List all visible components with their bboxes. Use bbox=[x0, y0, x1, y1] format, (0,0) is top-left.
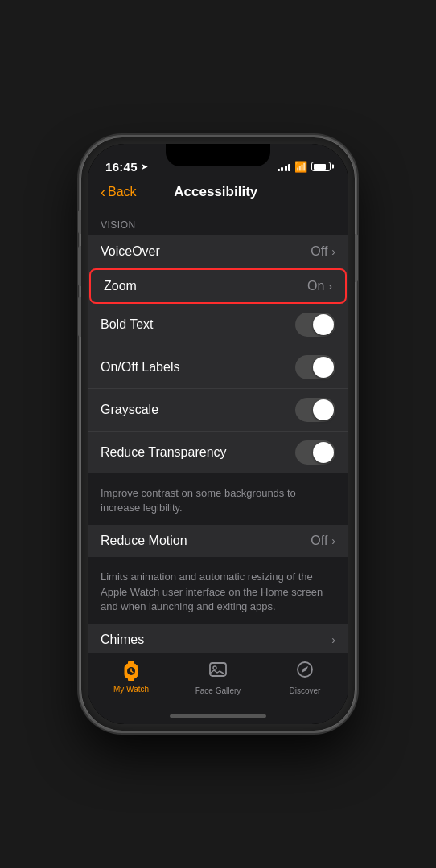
reduce-motion-value: Off bbox=[311, 534, 327, 548]
chimes-group: Chimes › bbox=[88, 624, 348, 653]
transparency-description: Improve contrast on some backgrounds to … bbox=[88, 480, 348, 525]
zoom-chevron-icon: › bbox=[328, 280, 332, 293]
discover-icon bbox=[295, 660, 315, 684]
svg-rect-3 bbox=[128, 678, 134, 681]
nav-bar: ‹ Back Accessibility bbox=[88, 179, 348, 207]
reduce-motion-label: Reduce Motion bbox=[101, 534, 311, 548]
signal-icon bbox=[278, 162, 291, 171]
settings-content: VISION VoiceOver Off › Zoom On › bbox=[88, 207, 348, 653]
phone-frame: 16:45 ➤ 📶 bbox=[80, 137, 356, 731]
location-icon: ➤ bbox=[141, 162, 148, 172]
vision-settings-group: VoiceOver Off › Zoom On › Bold Text bbox=[88, 235, 348, 473]
notch bbox=[166, 144, 270, 166]
phone-screen: 16:45 ➤ 📶 bbox=[88, 144, 348, 724]
bold-text-row[interactable]: Bold Text bbox=[88, 304, 348, 346]
zoom-label: Zoom bbox=[104, 279, 307, 293]
grayscale-toggle[interactable] bbox=[295, 398, 335, 422]
grayscale-row[interactable]: Grayscale bbox=[88, 389, 348, 432]
tab-face-gallery[interactable]: Face Gallery bbox=[175, 660, 261, 695]
chimes-row[interactable]: Chimes › bbox=[88, 624, 348, 653]
screen-content: 16:45 ➤ 📶 bbox=[88, 144, 348, 724]
tab-discover-label: Discover bbox=[290, 686, 321, 695]
reduce-transparency-toggle[interactable] bbox=[295, 440, 335, 465]
reduce-motion-description: Limits animation and automatic resizing … bbox=[88, 563, 348, 624]
voiceover-chevron-icon: › bbox=[331, 245, 335, 258]
reduce-transparency-label: Reduce Transparency bbox=[101, 445, 295, 460]
bold-text-label: Bold Text bbox=[101, 317, 295, 332]
tab-bar: My Watch Face Gallery bbox=[88, 653, 348, 708]
voiceover-row[interactable]: VoiceOver Off › bbox=[88, 235, 348, 268]
svg-marker-10 bbox=[302, 666, 308, 673]
mute-button[interactable] bbox=[78, 210, 81, 234]
bold-text-toggle[interactable] bbox=[295, 313, 335, 337]
reduce-motion-group: Reduce Motion Off › bbox=[88, 525, 348, 557]
grayscale-label: Grayscale bbox=[101, 403, 295, 417]
onoff-labels-row[interactable]: On/Off Labels bbox=[88, 346, 348, 389]
back-button[interactable]: ‹ Back bbox=[101, 185, 137, 199]
voiceover-value: Off bbox=[311, 244, 327, 259]
volume-up-button[interactable] bbox=[78, 246, 81, 286]
reduce-motion-row[interactable]: Reduce Motion Off › bbox=[88, 525, 348, 557]
reduce-transparency-row[interactable]: Reduce Transparency bbox=[88, 432, 348, 473]
svg-rect-2 bbox=[128, 661, 134, 665]
home-indicator bbox=[88, 708, 348, 724]
svg-point-8 bbox=[213, 666, 216, 669]
zoom-value: On bbox=[307, 279, 324, 293]
wifi-icon: 📶 bbox=[294, 161, 307, 173]
chevron-left-icon: ‹ bbox=[101, 185, 105, 199]
tab-face-gallery-label: Face Gallery bbox=[195, 686, 241, 695]
chimes-chevron-icon: › bbox=[331, 633, 335, 646]
home-bar bbox=[170, 714, 266, 718]
face-gallery-icon bbox=[208, 660, 228, 684]
chimes-label: Chimes bbox=[101, 633, 331, 647]
zoom-row[interactable]: Zoom On › bbox=[89, 268, 347, 304]
back-label: Back bbox=[108, 185, 137, 199]
onoff-labels-label: On/Off Labels bbox=[101, 360, 295, 375]
tab-discover[interactable]: Discover bbox=[261, 660, 348, 695]
onoff-labels-toggle[interactable] bbox=[295, 355, 335, 379]
nav-title: Accessibility bbox=[137, 184, 295, 200]
tab-my-watch[interactable]: My Watch bbox=[88, 660, 175, 695]
watch-icon bbox=[121, 660, 141, 682]
voiceover-label: VoiceOver bbox=[101, 244, 311, 259]
vision-section-header: VISION bbox=[88, 207, 348, 235]
status-icons: 📶 bbox=[278, 161, 331, 173]
svg-rect-7 bbox=[210, 663, 226, 676]
tab-my-watch-label: My Watch bbox=[113, 685, 149, 694]
reduce-motion-chevron-icon: › bbox=[331, 534, 335, 547]
battery-icon bbox=[311, 162, 331, 171]
volume-down-button[interactable] bbox=[78, 297, 81, 337]
status-time: 16:45 bbox=[105, 160, 138, 174]
